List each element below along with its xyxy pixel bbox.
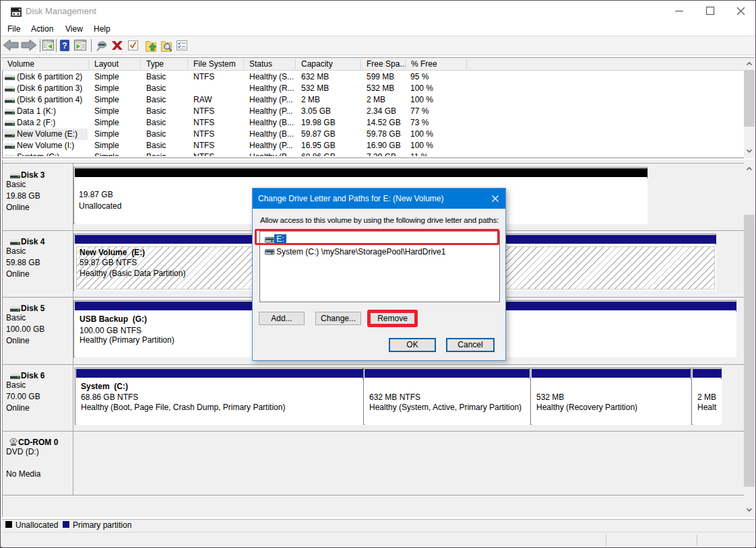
- svg-text:?: ?: [62, 41, 67, 50]
